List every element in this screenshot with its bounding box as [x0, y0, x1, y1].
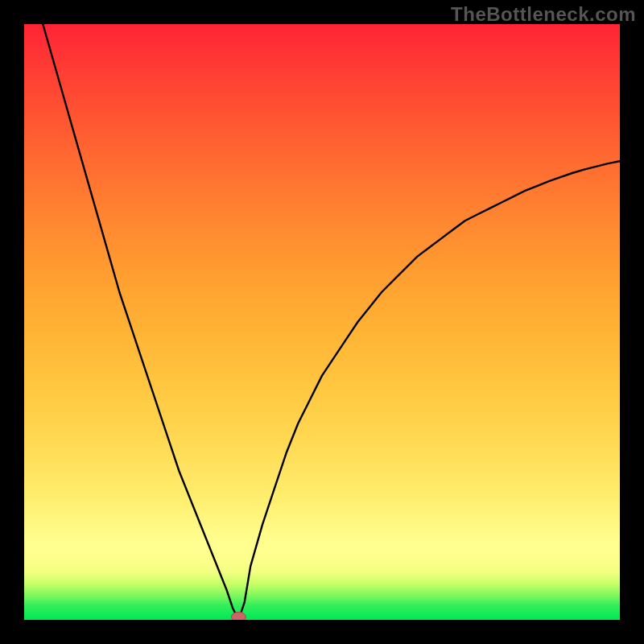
min-marker [231, 612, 246, 620]
source-label: TheBottleneck.com [451, 3, 636, 26]
plot-area [24, 24, 620, 620]
plot-svg [24, 24, 620, 620]
bottleneck-curve [24, 24, 620, 620]
chart-frame: TheBottleneck.com [0, 0, 644, 644]
